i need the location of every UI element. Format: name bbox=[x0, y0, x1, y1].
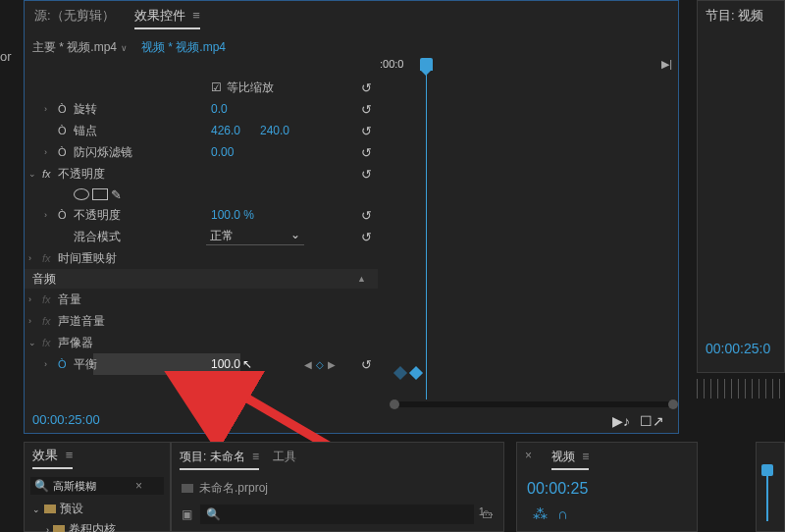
project-filename: 未命名.prproj bbox=[199, 480, 268, 497]
keyframe-diamond-icon[interactable] bbox=[409, 366, 423, 380]
tab-sequence[interactable]: 视频 ≡ bbox=[551, 449, 589, 470]
stopwatch-icon[interactable]: Ò bbox=[58, 125, 74, 136]
antiflicker-label: 防闪烁滤镜 bbox=[74, 144, 132, 161]
project-search[interactable]: 🔍 bbox=[200, 505, 474, 524]
collapse-icon[interactable]: ⌄ bbox=[28, 169, 42, 179]
search-icon: 🔍 bbox=[34, 479, 49, 493]
playhead-line bbox=[426, 70, 427, 399]
row-opacity: › Ò 不透明度 100.0 % ↺ bbox=[25, 204, 378, 226]
tab-effect-controls[interactable]: 效果控件 ≡ bbox=[134, 7, 200, 29]
effects-search[interactable]: 🔍 × bbox=[30, 477, 164, 495]
fx-off-icon[interactable]: fx bbox=[42, 252, 58, 264]
anchor-x-value[interactable]: 426.0 bbox=[211, 124, 240, 137]
opacity-value[interactable]: 100.0 % bbox=[211, 208, 254, 222]
fx-off-icon[interactable]: fx bbox=[42, 337, 58, 348]
keyframe-diamond-icon[interactable] bbox=[393, 366, 407, 380]
reset-icon[interactable]: ↺ bbox=[361, 357, 372, 372]
expand-icon[interactable]: › bbox=[28, 316, 42, 326]
play-only-icon[interactable]: ▶♪ bbox=[612, 413, 630, 429]
row-rotation: › Ò 旋转 0.0 ↺ bbox=[25, 98, 378, 120]
rotation-value[interactable]: 0.0 bbox=[211, 102, 228, 116]
reset-icon[interactable]: ↺ bbox=[361, 145, 372, 160]
fx-icon[interactable]: fx bbox=[42, 168, 58, 180]
blend-dropdown[interactable]: 正常⌄ bbox=[206, 228, 304, 245]
ellipse-mask-icon[interactable] bbox=[74, 188, 89, 200]
reset-icon[interactable]: ↺ bbox=[361, 80, 372, 95]
reset-icon[interactable]: ↺ bbox=[361, 208, 372, 223]
program-timecode[interactable]: 00:00:25:0 bbox=[706, 341, 770, 356]
sequence-timecode[interactable]: 00:00:25 bbox=[517, 476, 697, 502]
tab-effects[interactable]: 效果 ≡ bbox=[32, 447, 73, 469]
rect-mask-icon[interactable] bbox=[92, 188, 108, 200]
current-timecode[interactable]: 00:00:25:00 bbox=[32, 412, 100, 427]
expand-icon[interactable]: › bbox=[44, 104, 58, 114]
expand-icon[interactable]: › bbox=[44, 359, 58, 369]
stopwatch-icon[interactable]: Ò bbox=[58, 209, 74, 221]
prev-keyframe-icon[interactable]: ◀ bbox=[304, 359, 312, 370]
time-remap-label: 时间重映射 bbox=[58, 250, 117, 267]
anchor-y-value[interactable]: 240.0 bbox=[260, 124, 289, 137]
effect-controls-panel: 源:（无剪辑） 效果控件 ≡ 主要 * 视频.mp4 ∨ 视频 * 视频.mp4… bbox=[24, 0, 679, 434]
clip-selector-row: 主要 * 视频.mp4 ∨ 视频 * 视频.mp4 bbox=[25, 35, 678, 60]
export-icon[interactable]: ☐↗ bbox=[640, 413, 664, 429]
stopwatch-active-icon[interactable]: Ò bbox=[58, 358, 74, 370]
reset-icon[interactable]: ↺ bbox=[361, 124, 372, 138]
effects-folder-presets[interactable]: ⌄ 预设 bbox=[25, 499, 170, 519]
uniform-scale-label[interactable]: 等比缩放 bbox=[227, 80, 274, 96]
expand-icon[interactable]: › bbox=[44, 147, 58, 157]
snap-icon[interactable]: ∩ bbox=[557, 505, 568, 523]
clear-search-icon[interactable]: × bbox=[135, 479, 142, 493]
mask-tools: ✎ bbox=[25, 185, 378, 204]
row-antiflicker: › Ò 防闪烁滤镜 0.00 ↺ bbox=[25, 141, 378, 163]
ripple-icon[interactable]: ⁂ bbox=[533, 505, 548, 523]
properties-list: ☑ 等比缩放 ↺ › Ò 旋转 0.0 ↺ Ò 锚点 426.0 240.0 ↺… bbox=[25, 77, 378, 375]
balance-value[interactable]: 100.0 bbox=[211, 357, 240, 371]
master-clip-label[interactable]: 主要 * 视频.mp4 bbox=[32, 39, 117, 56]
add-keyframe-icon[interactable]: ◇ bbox=[316, 359, 324, 370]
zoom-handle-right[interactable] bbox=[668, 399, 678, 409]
row-panner[interactable]: ⌄ fx 声像器 bbox=[25, 332, 378, 353]
sequence-clip-label[interactable]: 视频 * 视频.mp4 bbox=[141, 39, 226, 56]
zoom-handle-left[interactable] bbox=[390, 399, 399, 409]
antiflicker-value[interactable]: 0.00 bbox=[211, 145, 234, 159]
tab-source[interactable]: 源:（无剪辑） bbox=[34, 7, 115, 29]
rotation-label: 旋转 bbox=[74, 101, 97, 118]
row-opacity-section[interactable]: ⌄ fx 不透明度 ↺ bbox=[25, 163, 378, 185]
project-icon bbox=[182, 484, 193, 493]
keyframe-nav: ◀ ◇ ▶ bbox=[304, 359, 336, 370]
tab-tools[interactable]: 工具 bbox=[273, 449, 296, 470]
fx-off-icon[interactable]: fx bbox=[42, 315, 58, 327]
stopwatch-icon[interactable]: Ò bbox=[58, 146, 74, 158]
timeline-zoom-bar[interactable] bbox=[392, 401, 675, 407]
next-keyframe-icon[interactable]: ▶ bbox=[328, 359, 336, 370]
timeline-strip bbox=[756, 442, 785, 532]
volume-label: 音量 bbox=[58, 292, 81, 308]
expand-icon[interactable]: › bbox=[44, 210, 58, 220]
effects-search-input[interactable] bbox=[53, 480, 131, 492]
collapse-up-icon[interactable]: ▲ bbox=[357, 274, 366, 284]
audio-header-label: 音频 bbox=[32, 271, 56, 288]
close-tab-icon[interactable]: × bbox=[525, 449, 532, 470]
tab-program[interactable]: 节目: 视频 bbox=[698, 1, 784, 30]
folder-icon bbox=[53, 525, 65, 532]
collapse-icon[interactable]: ⌄ bbox=[28, 338, 42, 347]
expand-icon[interactable]: › bbox=[28, 253, 42, 263]
bin-icon[interactable]: ▣ bbox=[182, 507, 192, 521]
go-to-end-icon[interactable]: ▶| bbox=[661, 58, 672, 71]
row-channel-volume[interactable]: › fx 声道音量 bbox=[25, 310, 378, 332]
row-time-remap[interactable]: › fx 时间重映射 bbox=[25, 247, 378, 269]
chevron-down-icon[interactable]: ∨ bbox=[121, 43, 128, 53]
pen-mask-icon[interactable]: ✎ bbox=[111, 187, 122, 202]
effects-folder-conv[interactable]: › 卷积内核 bbox=[25, 519, 170, 532]
reset-icon[interactable]: ↺ bbox=[361, 102, 372, 117]
reset-icon[interactable]: ↺ bbox=[361, 167, 372, 182]
effects-panel: 效果 ≡ 🔍 × ⌄ 预设 › 卷积内核 bbox=[24, 442, 171, 532]
tab-project[interactable]: 项目: 未命名 ≡ bbox=[180, 449, 259, 470]
panel-menu-icon[interactable]: ≡ bbox=[192, 8, 200, 23]
stopwatch-icon[interactable]: Ò bbox=[58, 103, 74, 115]
reset-icon[interactable]: ↺ bbox=[361, 230, 372, 244]
row-volume[interactable]: › fx 音量 bbox=[25, 289, 378, 310]
program-ruler[interactable] bbox=[697, 379, 785, 399]
expand-icon[interactable]: › bbox=[28, 294, 42, 304]
fx-off-icon[interactable]: fx bbox=[42, 293, 58, 305]
